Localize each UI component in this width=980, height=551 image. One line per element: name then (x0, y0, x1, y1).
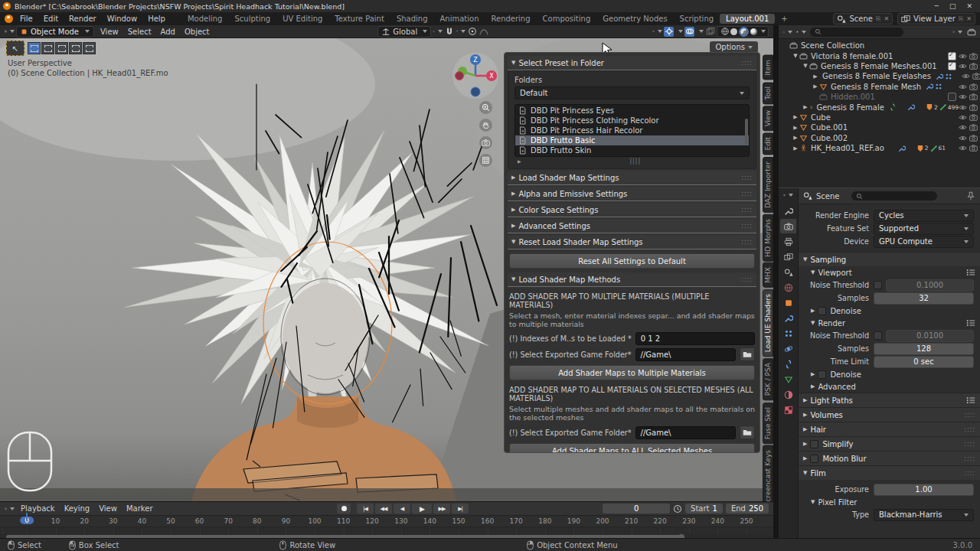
outliner-row[interactable]: ▶Genesis 8 Female Eyelashes (779, 71, 980, 81)
shading-dropdown-icon[interactable] (761, 30, 766, 33)
properties-tab-data[interactable] (780, 372, 796, 386)
exclude-checkbox[interactable] (948, 52, 956, 60)
outliner-row[interactable]: ▼Genesis 8 Female Meshes.001 (779, 61, 980, 71)
camera-view-button[interactable] (479, 136, 492, 149)
mode-dropdown[interactable]: Object Mode (16, 26, 94, 37)
expand-toggle-icon[interactable]: ▶ (792, 135, 799, 141)
zoom-button[interactable] (479, 101, 492, 114)
frame-tick-130[interactable]: 130 (394, 517, 407, 525)
preset-item[interactable]: DBD Frutto Basic (515, 135, 749, 145)
shading-rendered-icon[interactable] (750, 28, 757, 35)
sampling-viewport-header[interactable]: ▼Viewport (799, 266, 980, 279)
new-scene-icon[interactable]: ⎘ (876, 15, 880, 23)
sidebar-tab-item[interactable]: Item (763, 55, 773, 80)
preset-section-header[interactable]: ▼ Select Preset in Folder :::: (508, 56, 756, 70)
outliner-row[interactable]: ▶Cube.001 (779, 122, 980, 132)
render-noise-threshold-field[interactable]: 0.0100 (886, 330, 974, 342)
proportional-falloff-icon[interactable] (479, 27, 488, 37)
sampling-render-header[interactable]: ▼Render (799, 317, 980, 329)
timeline-tracks[interactable] (0, 527, 773, 534)
outliner-row[interactable]: ▶Cube (779, 112, 980, 122)
maximize-button[interactable]: □ (949, 2, 956, 10)
time-limit-field[interactable]: 0 sec (874, 356, 974, 368)
sidebar-tab-tool[interactable]: Tool (763, 82, 773, 104)
menu-help[interactable]: Help (142, 15, 171, 23)
frame-start-field[interactable]: Start1 (685, 504, 723, 514)
timeline-ruler[interactable]: 0102030405060708090100110120130140150160… (0, 516, 773, 527)
expand-toggle-icon[interactable]: ▶ (812, 73, 819, 80)
frame-tick-200[interactable]: 200 (596, 517, 609, 525)
frame-tick-40[interactable]: 40 (138, 517, 146, 525)
shading-material-icon[interactable] (740, 28, 747, 35)
frame-tick-100[interactable]: 100 (308, 517, 321, 525)
sampling-advanced-header[interactable]: ▶Advanced (799, 380, 980, 393)
show-gizmo-toggle[interactable] (664, 27, 674, 37)
add-shader-maps-multiple-button[interactable]: Add Shader Maps to Multiple Materials (509, 365, 755, 380)
menu-window[interactable]: Window (102, 15, 142, 23)
panel-section-alpha-and-emissive-settings[interactable]: ▶Alpha and Emissive Settings:::: (508, 187, 756, 201)
shading-wireframe-icon[interactable] (720, 27, 730, 37)
xray-toggle[interactable] (705, 27, 715, 37)
preset-item[interactable]: DBD Pit Princess Hair Recolor (515, 126, 749, 135)
menu-edit[interactable]: Edit (38, 15, 64, 23)
render-noise-threshold-checkbox[interactable] (874, 331, 882, 340)
properties-tab-scene[interactable] (780, 265, 796, 279)
section-checkbox[interactable] (810, 440, 818, 448)
select-lasso-tool-button[interactable] (69, 42, 82, 54)
properties-tab-texture[interactable] (780, 403, 796, 417)
properties-section-volumes[interactable]: ▶Volumes:::: (799, 407, 980, 422)
expand-toggle-icon[interactable]: ▼ (792, 53, 799, 59)
properties-tab-output[interactable] (780, 234, 796, 249)
preset-item[interactable]: DBD Pit Princess Eyes (515, 106, 749, 116)
exclude-checkbox[interactable] (948, 62, 956, 70)
properties-tab-constraints[interactable] (780, 357, 796, 371)
perspective-toggle-button[interactable] (479, 154, 492, 167)
outliner-row[interactable]: ▶Cube.002 (779, 133, 980, 143)
properties-tab-object[interactable] (780, 295, 796, 310)
properties-tab-view-layer[interactable] (780, 249, 796, 264)
playhead[interactable] (26, 513, 28, 520)
outliner-row[interactable]: ▶HK_Head01_REF.ao261 (779, 143, 980, 153)
frame-tick-240[interactable]: 240 (711, 517, 724, 525)
prev-keyframe-button[interactable]: ◀◀ (375, 504, 392, 514)
properties-section-hair[interactable]: ▶Hair:::: (799, 422, 980, 436)
list-expand-icon[interactable]: ▶ (518, 158, 521, 164)
sidebar-tab-edit[interactable]: Edit (763, 132, 773, 155)
frame-tick-120[interactable]: 120 (366, 517, 379, 525)
play-reverse-button[interactable]: ◀ (394, 504, 410, 514)
current-frame-field[interactable]: 0 (603, 504, 670, 514)
render-denoise-checkbox[interactable] (818, 370, 826, 379)
viewport-denoise-checkbox[interactable] (818, 307, 826, 315)
workspace-tab-layout-001[interactable]: Layout.001 (720, 14, 775, 24)
folders-dropdown[interactable]: Default (514, 86, 750, 99)
workspace-tab-scripting[interactable]: Scripting (674, 14, 720, 24)
options-dropdown[interactable]: Options (710, 41, 758, 53)
device-dropdown[interactable]: GPU Compute (874, 236, 974, 248)
outliner-display-mode-icon[interactable] (796, 27, 806, 37)
properties-tab-material[interactable] (780, 387, 796, 402)
sidebar-tab-screencast-keys[interactable]: Screencast Keys (763, 445, 773, 501)
sidebar-tab-mhx[interactable]: MHX (763, 262, 773, 288)
expand-toggle-icon[interactable]: ▶ (802, 104, 809, 110)
viewport-canvas[interactable]: ↖ User Perspective (0) Scene Collection … (0, 38, 773, 501)
frame-tick-20[interactable]: 20 (80, 517, 88, 525)
pan-hand-button[interactable] (479, 119, 492, 132)
select-tool-button[interactable]: ↖ (6, 41, 24, 56)
properties-section-light-paths[interactable]: ▶Light Paths (799, 393, 980, 407)
expand-toggle-icon[interactable]: ▶ (792, 125, 799, 131)
show-overlays-toggle[interactable] (684, 27, 694, 37)
outliner-editor-type-icon[interactable] (782, 27, 792, 37)
exposure-field[interactable]: 1.00 (874, 484, 974, 496)
add-workspace-button[interactable]: + (775, 14, 793, 24)
properties-tab-modifiers[interactable] (780, 311, 796, 325)
object-visibility-dropdown[interactable] (652, 27, 662, 37)
sidebar-tab-fuse-skel[interactable]: Fuse Skel (763, 403, 773, 444)
frame-tick-50[interactable]: 50 (166, 517, 175, 525)
menu-file[interactable]: File (15, 15, 38, 23)
sidebar-tab-psk-psa[interactable]: PSK / PSA (763, 358, 773, 400)
frame-tick-180[interactable]: 180 (538, 517, 551, 525)
viewport-menu-select[interactable]: Select (123, 28, 156, 36)
expand-toggle-icon[interactable]: ▶ (812, 83, 819, 90)
viewport-samples-field[interactable]: 32 (874, 292, 974, 305)
outliner-filter-icon[interactable] (952, 27, 962, 37)
